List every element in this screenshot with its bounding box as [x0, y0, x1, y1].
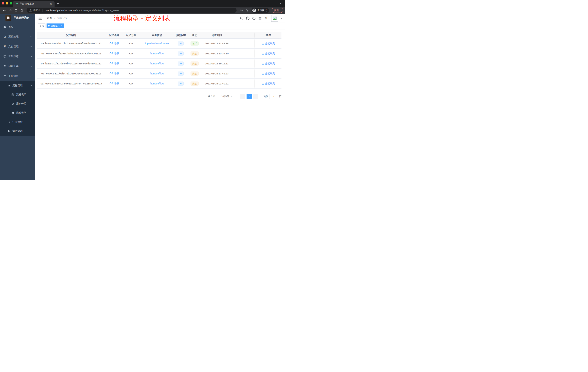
form-info-link[interactable]: /bpm/oa/flow [150, 52, 164, 55]
page-size-select[interactable]: 10条/页 [218, 94, 236, 99]
goto-page-input[interactable] [269, 94, 278, 99]
col-status: 状态 [187, 32, 202, 39]
back-icon[interactable] [2, 8, 7, 13]
search-icon[interactable] [239, 16, 244, 21]
list-icon [7, 84, 10, 87]
address-bar[interactable]: 不安全 dashboard.yudao.iocoder.cn/bpm/manag… [27, 8, 237, 13]
user-icon [262, 72, 264, 75]
new-tab-button[interactable]: + [57, 1, 59, 6]
sidebar-item-task-management[interactable]: 任务管理 [0, 117, 35, 127]
github-icon[interactable] [245, 16, 250, 21]
browser-menu-icon[interactable] [281, 9, 282, 12]
assign-rule-button[interactable]: 分配规则 [262, 82, 275, 85]
maximize-window-button[interactable] [10, 2, 12, 5]
reload-icon[interactable] [13, 8, 19, 13]
tag-close-icon[interactable]: × [61, 25, 62, 27]
sidebar-item-label: 流程表单 [16, 93, 32, 96]
filler-cell [231, 49, 255, 59]
sidebar-item-label: 系统管理 [8, 35, 30, 38]
window-controls[interactable] [2, 2, 12, 5]
status-badge: 挂起 [190, 62, 199, 66]
definition-name-link[interactable]: OA 请假 [109, 62, 119, 65]
tag-home[interactable]: 首页 [38, 23, 45, 28]
assign-rule-button[interactable]: 分配规则 [262, 62, 275, 65]
tab-search-chevron-icon[interactable] [279, 2, 282, 5]
definition-name-link[interactable]: OA 请假 [109, 42, 119, 45]
tag-process-definition[interactable]: 流程定义 × [47, 23, 64, 28]
tab-title: 芋道管理系统 [20, 2, 49, 5]
col-form-info: 表单信息 [139, 32, 175, 39]
browser-tab[interactable]: 芋道管理系统 ✕ [13, 1, 54, 7]
avatar-dropdown-caret-icon[interactable] [281, 18, 283, 19]
sidebar-toggle-icon[interactable] [37, 17, 44, 20]
sidebar-item-home[interactable]: 首页 [0, 22, 35, 32]
table-row: oa_leave:2:3c1f0ef1-76b1-11ec-9c66-a2380… [37, 69, 282, 79]
briefcase-icon [3, 75, 6, 77]
chevron-down-icon [30, 121, 32, 123]
filler-cell [231, 79, 255, 89]
avatar[interactable] [271, 15, 278, 22]
password-key-icon[interactable] [239, 8, 244, 13]
paper-plane-icon [11, 111, 14, 114]
sidebar-item-process-form[interactable]: 流程表单 [0, 90, 35, 99]
favicon-plant-icon [16, 2, 18, 5]
incognito-label: 无痕模式 [257, 9, 267, 12]
sidebar-item-leave-query[interactable]: 请假查询 [0, 127, 35, 136]
page-url[interactable]: dashboard.yudao.iocoder.cn/bpm/manager/d… [45, 9, 119, 12]
version-tag: v2 [178, 72, 184, 76]
definition-name-link[interactable]: OA 请假 [109, 82, 119, 85]
sidebar-item-payment[interactable]: ¥ 支付管理 [0, 42, 35, 52]
update-browser-button[interactable]: 更新 [272, 8, 284, 13]
tab-close-icon[interactable]: ✕ [49, 2, 53, 5]
user-icon [262, 52, 264, 55]
col-definition-category: 定义分类 [123, 32, 139, 39]
table-row: oa_leave:4:991f2193-7b7f-11ec-a3c8-acde4… [37, 49, 282, 59]
forward-icon[interactable] [8, 8, 13, 13]
sidebar-item-workflow[interactable]: 工作流程 [0, 71, 35, 81]
definition-category: OA [123, 79, 139, 89]
sidebar-item-system[interactable]: ⚙ 系统管理 [0, 32, 35, 42]
form-info-link[interactable]: /bpm/oa/flow [150, 82, 164, 85]
bookmark-star-icon[interactable] [244, 8, 249, 13]
chevron-down-icon [30, 55, 32, 57]
font-size-icon[interactable]: TT [264, 16, 269, 21]
browser-window: 芋道管理系统 ✕ + 不安全 dashboard.yudao.iocoder.c… [0, 0, 285, 180]
sidebar-item-dev-tools[interactable]: 研发工具 [0, 61, 35, 71]
sidebar-item-label: 首页 [8, 25, 32, 29]
incognito-badge: 无痕模式 [252, 8, 269, 13]
col-process-version: 流程版本 [175, 32, 187, 39]
app-logo-row[interactable]: 芋道管理系统 [0, 14, 35, 22]
security-warning-icon[interactable] [29, 9, 32, 12]
minimize-window-button[interactable] [6, 2, 8, 5]
assign-rule-button[interactable]: 分配规则 [262, 42, 275, 45]
total-count: 共 5 条 [208, 95, 215, 98]
breadcrumb-separator: / [54, 17, 55, 20]
main-content: 定义编号 定义名称 定义分类 表单信息 流程版本 状态 部署时间 操作 oa_l… [35, 29, 285, 180]
sidebar-item-label: 用户分组 [16, 102, 32, 105]
assign-rule-button[interactable]: 分配规则 [262, 52, 275, 55]
definition-id: oa_leave:3:1fad3d93-7b75-11ec-a3c8-acde4… [37, 59, 105, 69]
sidebar-item-process-model[interactable]: 流程模型 [0, 108, 35, 117]
form-info-link[interactable]: /bpm/oa/flow [150, 72, 164, 75]
home-icon[interactable] [19, 8, 24, 13]
assign-rule-button[interactable]: 分配规则 [262, 72, 275, 75]
toolbox-icon [3, 65, 6, 68]
help-icon[interactable] [251, 16, 256, 21]
chevron-down-icon [30, 65, 32, 67]
sidebar-item-infrastructure[interactable]: 基础设施 [0, 52, 35, 61]
prev-page-button[interactable] [240, 94, 245, 99]
definition-name-link[interactable]: OA 请假 [109, 72, 119, 75]
breadcrumb-home-link[interactable]: 首页 [47, 17, 52, 20]
chevron-down-icon [30, 36, 32, 38]
form-info-link[interactable]: /bpm/oa/leave/create [145, 42, 169, 45]
form-info-link[interactable]: /bpm/oa/flow [150, 62, 164, 65]
sidebar-item-process-management[interactable]: 流程管理 [0, 81, 35, 90]
current-page-button[interactable]: 1 [247, 94, 252, 99]
definition-name-link[interactable]: OA 请假 [109, 52, 119, 55]
tree-icon [7, 120, 10, 123]
sidebar-item-user-group[interactable]: 用户分组 [0, 99, 35, 108]
fullscreen-icon[interactable] [257, 16, 262, 21]
sidebar-item-label: 基础设施 [8, 55, 30, 58]
next-page-button[interactable] [253, 94, 258, 99]
close-window-button[interactable] [2, 2, 4, 5]
